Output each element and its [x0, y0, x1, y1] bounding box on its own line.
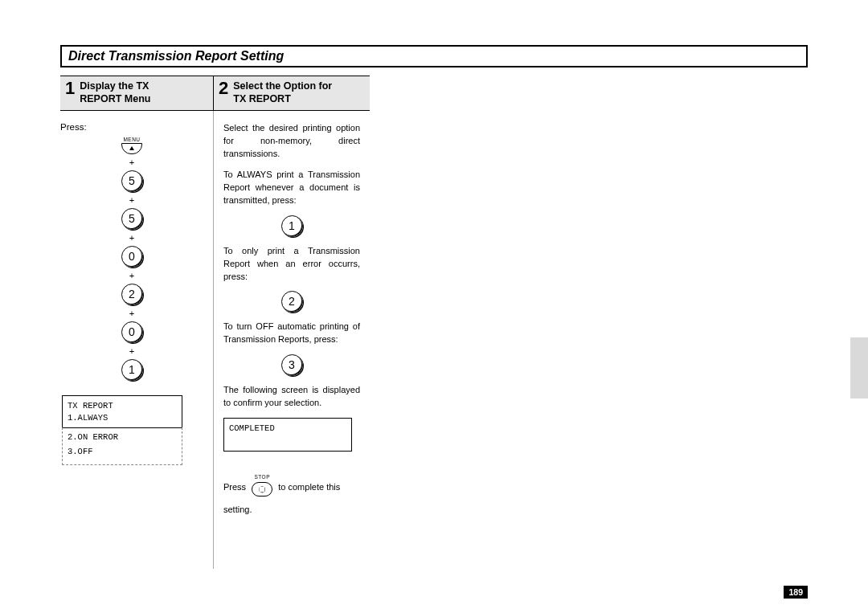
press-label: Press: [60, 122, 203, 132]
manual-page: Direct Transmission Report Setting 1 Dis… [60, 45, 808, 569]
lcd-display: TX REPORT 1.ALWAYS [62, 395, 182, 428]
page-number: 189 [784, 586, 808, 599]
paragraph: To turn OFF automatic printing of Transm… [223, 321, 360, 346]
step-2-number: 2 [219, 80, 228, 97]
plus-icon: + [60, 195, 203, 205]
plus-icon: + [60, 157, 203, 167]
menu-key: MENU [60, 137, 203, 154]
section-title: Direct Transmission Report Setting [68, 49, 284, 63]
stop-key-label: STOP [252, 472, 272, 482]
lcd-line: 2.ON ERROR [68, 431, 177, 445]
plus-icon: + [60, 309, 203, 318]
menu-key-icon [121, 143, 142, 154]
paragraph: Select the desired printing option for n… [223, 122, 360, 161]
lcd-line: TX REPORT [68, 400, 177, 412]
text: setting. [223, 505, 252, 514]
thumb-index-tab [850, 337, 868, 398]
lcd-line: 1.ALWAYS [68, 412, 177, 424]
plus-icon: + [60, 346, 203, 356]
step-1-column: 1 Display the TX REPORT Menu Press: MENU… [60, 76, 213, 569]
digit-key-3: 3 [281, 354, 303, 376]
step-1-number: 1 [65, 80, 75, 97]
paragraph: To only print a Transmission Report when… [223, 245, 360, 284]
lcd-line: 3.OFF [68, 445, 177, 460]
stop-key-icon [252, 482, 272, 497]
digit-key-5a: 5 [121, 170, 143, 192]
section-title-bar: Direct Transmission Report Setting [60, 45, 808, 67]
steps-row: 1 Display the TX REPORT Menu Press: MENU… [60, 76, 808, 569]
digit-key-2: 2 [121, 284, 143, 305]
paragraph: To ALWAYS print a Transmission Report wh… [223, 169, 360, 207]
lcd-line: COMPLETED [229, 423, 346, 435]
step-1-body: Press: MENU + 5 + 5 + 0 + 2 + 0 + 1 [60, 111, 213, 465]
paragraph: The following screen is displayed to con… [223, 384, 360, 410]
step-2-column: 2 Select the Option for TX REPORT Select… [213, 76, 370, 569]
stop-key: STOP [252, 472, 272, 502]
lcd-display-completed: COMPLETED [223, 418, 352, 451]
lcd-scroll-options: 2.ON ERROR 3.OFF [62, 427, 182, 465]
digit-key-5b: 5 [121, 208, 143, 230]
final-instruction: Press STOP to complete this setting. [223, 472, 360, 518]
digit-key-0a: 0 [121, 246, 143, 268]
step-2-header: 2 Select the Option for TX REPORT [213, 76, 370, 111]
step-2-body: Select the desired printing option for n… [213, 111, 370, 569]
text: Press [223, 481, 246, 491]
digit-key-1: 1 [121, 359, 143, 381]
plus-icon: + [60, 233, 203, 243]
lcd-display-block: TX REPORT 1.ALWAYS 2.ON ERROR 3.OFF [62, 395, 203, 465]
step-1-title: Display the TX REPORT Menu [80, 80, 150, 106]
menu-key-label: MENU [60, 137, 203, 142]
step-2-title: Select the Option for TX REPORT [233, 80, 332, 106]
digit-key-0b: 0 [121, 321, 143, 343]
step-1-header: 1 Display the TX REPORT Menu [60, 76, 213, 111]
digit-key-2: 2 [281, 291, 303, 313]
plus-icon: + [60, 271, 203, 280]
digit-key-1: 1 [281, 215, 303, 237]
text: to complete this [278, 481, 340, 491]
